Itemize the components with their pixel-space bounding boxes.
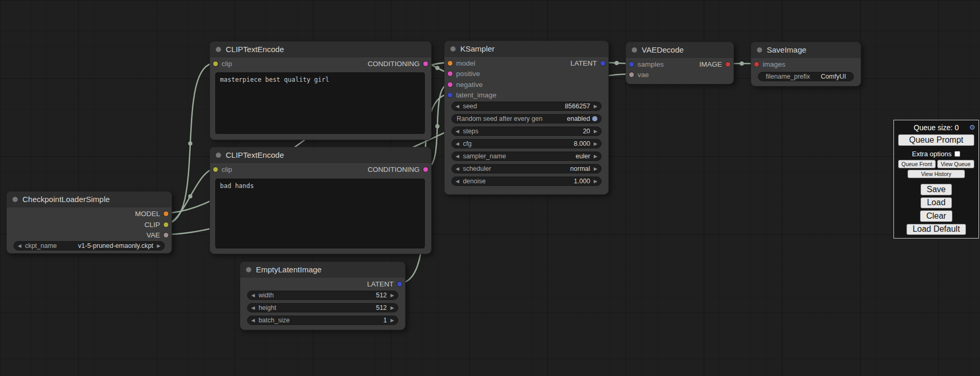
clip-slot-dot[interactable]	[213, 167, 218, 172]
decrement-arrow-icon[interactable]: ◀	[18, 244, 21, 248]
widget-denoise[interactable]: ◀ denoise 1.000 ▶	[451, 177, 602, 186]
model-slot-dot[interactable]	[164, 211, 168, 216]
widget-sampler-name[interactable]: ◀ sampler_name euler ▶	[451, 152, 602, 161]
model-slot-dot[interactable]	[448, 61, 452, 66]
increment-arrow-icon[interactable]: ▶	[390, 293, 394, 298]
latent-slot-dot[interactable]	[601, 61, 605, 66]
input-slot-clip[interactable]: clip	[213, 59, 232, 68]
collapse-dot-icon[interactable]	[13, 197, 18, 202]
increment-arrow-icon[interactable]: ▶	[594, 104, 597, 109]
conditioning-slot-dot[interactable]	[448, 82, 452, 87]
clear-button[interactable]: Clear	[920, 210, 952, 222]
input-slot-images[interactable]: images	[754, 60, 786, 68]
widget-filename-prefix[interactable]: filename_prefix ComfyUI	[758, 72, 854, 81]
output-slot-clip[interactable]: CLIP	[144, 220, 168, 229]
increment-arrow-icon[interactable]: ▶	[594, 129, 597, 134]
output-slot-model[interactable]: MODEL	[135, 209, 168, 218]
output-slot-conditioning[interactable]: CONDITIONING	[368, 165, 428, 173]
input-slot-positive[interactable]: positive	[448, 69, 480, 78]
node-title-bar[interactable]: VAEDecode	[626, 42, 733, 58]
clip-slot-dot[interactable]	[213, 61, 218, 66]
decrement-arrow-icon[interactable]: ◀	[251, 318, 255, 323]
node-title-bar[interactable]: SaveImage	[751, 42, 861, 58]
node-vaedecode[interactable]: VAEDecode samples vae IMAGE	[626, 42, 734, 84]
decrement-arrow-icon[interactable]: ◀	[456, 179, 459, 184]
input-slot-samples[interactable]: samples	[629, 60, 664, 68]
node-saveimage[interactable]: SaveImage images filename_prefix ComfyUI	[751, 42, 861, 86]
output-slot-conditioning[interactable]: CONDITIONING	[368, 59, 428, 68]
decrement-arrow-icon[interactable]: ◀	[456, 142, 459, 146]
clip-slot-dot[interactable]	[164, 222, 168, 227]
vae-slot-dot[interactable]	[629, 72, 634, 77]
widget-batch-size[interactable]: ◀ batch_size 1 ▶	[247, 316, 398, 325]
decrement-arrow-icon[interactable]: ◀	[251, 306, 255, 310]
input-slot-latent-image[interactable]: latent_image	[448, 91, 496, 99]
decrement-arrow-icon[interactable]: ◀	[456, 129, 459, 134]
output-slot-vae[interactable]: VAE	[146, 231, 168, 239]
queue-prompt-button[interactable]: Queue Prompt	[898, 134, 974, 146]
load-default-button[interactable]: Load Default	[906, 224, 966, 235]
decrement-arrow-icon[interactable]: ◀	[251, 293, 255, 298]
collapse-dot-icon[interactable]	[246, 267, 251, 272]
increment-arrow-icon[interactable]: ▶	[594, 154, 597, 159]
increment-arrow-icon[interactable]: ▶	[390, 318, 394, 323]
node-title-bar[interactable]: CheckpointLoaderSimple	[7, 192, 172, 207]
widget-height[interactable]: ◀ height 512 ▶	[247, 303, 398, 312]
queue-front-button[interactable]: Queue Front	[898, 160, 936, 168]
view-history-button[interactable]: View History	[908, 170, 965, 178]
input-slot-negative[interactable]: negative	[448, 80, 483, 89]
collapse-dot-icon[interactable]	[632, 47, 637, 53]
node-title-bar[interactable]: KSampler	[445, 41, 608, 57]
conditioning-slot-dot[interactable]	[423, 61, 428, 66]
decrement-arrow-icon[interactable]: ◀	[456, 154, 459, 159]
collapse-dot-icon[interactable]	[450, 46, 456, 52]
latent-slot-dot[interactable]	[629, 62, 634, 67]
node-ksampler[interactable]: KSampler model positive negative latent_…	[444, 41, 609, 195]
collapse-dot-icon[interactable]	[757, 47, 762, 53]
latent-slot-dot[interactable]	[448, 93, 452, 97]
input-slot-model[interactable]: model	[448, 59, 475, 67]
image-slot-dot[interactable]	[726, 62, 730, 67]
settings-gear-icon[interactable]: ⚙	[969, 123, 975, 131]
extra-options-checkbox[interactable]	[954, 151, 960, 157]
output-slot-latent[interactable]: LATENT	[367, 280, 402, 288]
widget-cfg[interactable]: ◀ cfg 8.000 ▶	[451, 139, 602, 148]
node-cliptextencode-negative[interactable]: CLIPTextEncode clip CONDITIONING bad han…	[210, 147, 432, 254]
widget-width[interactable]: ◀ width 512 ▶	[247, 291, 398, 300]
conditioning-slot-dot[interactable]	[423, 167, 428, 172]
node-title-bar[interactable]: EmptyLatentImage	[240, 262, 405, 278]
input-slot-clip[interactable]: clip	[213, 165, 232, 173]
widget-seed[interactable]: ◀ seed 8566257 ▶	[451, 102, 602, 111]
increment-arrow-icon[interactable]: ▶	[594, 179, 597, 184]
save-button[interactable]: Save	[921, 184, 952, 195]
widget-random-seed-toggle[interactable]: Random seed after every gen enabled	[451, 114, 602, 123]
node-graph-canvas[interactable]: CheckpointLoaderSimple MODEL CLIP VAE ◀ …	[0, 0, 980, 376]
positive-prompt-textarea[interactable]: masterpiece best quality girl	[215, 72, 425, 134]
increment-arrow-icon[interactable]: ▶	[390, 306, 394, 310]
widget-scheduler[interactable]: ◀ scheduler normal ▶	[451, 164, 602, 173]
node-title-bar[interactable]: CLIPTextEncode	[210, 42, 431, 57]
negative-prompt-textarea[interactable]: bad hands	[215, 179, 425, 248]
latent-slot-dot[interactable]	[397, 282, 402, 286]
node-emptylatentimage[interactable]: EmptyLatentImage LATENT ◀ width 512 ▶ ◀ …	[240, 261, 406, 330]
load-button[interactable]: Load	[921, 197, 952, 209]
decrement-arrow-icon[interactable]: ◀	[456, 104, 459, 109]
image-slot-dot[interactable]	[754, 62, 759, 67]
collapse-dot-icon[interactable]	[216, 153, 221, 158]
conditioning-slot-dot[interactable]	[448, 71, 452, 76]
output-slot-image[interactable]: IMAGE	[699, 60, 730, 68]
output-slot-latent[interactable]: LATENT	[570, 59, 605, 67]
widget-ckpt-name[interactable]: ◀ ckpt_name v1-5-pruned-emaonly.ckpt ▶	[14, 241, 165, 250]
node-checkpointloadersimple[interactable]: CheckpointLoaderSimple MODEL CLIP VAE ◀ …	[6, 191, 172, 254]
node-cliptextencode-positive[interactable]: CLIPTextEncode clip CONDITIONING masterp…	[210, 41, 432, 140]
input-slot-vae[interactable]: vae	[629, 70, 649, 79]
increment-arrow-icon[interactable]: ▶	[157, 244, 161, 248]
collapse-dot-icon[interactable]	[216, 47, 221, 52]
decrement-arrow-icon[interactable]: ◀	[456, 167, 459, 171]
node-title-bar[interactable]: CLIPTextEncode	[210, 147, 431, 163]
vae-slot-dot[interactable]	[164, 233, 168, 237]
view-queue-button[interactable]: View Queue	[937, 160, 975, 168]
toggle-indicator-icon[interactable]	[592, 116, 597, 121]
increment-arrow-icon[interactable]: ▶	[594, 167, 597, 171]
increment-arrow-icon[interactable]: ▶	[594, 142, 597, 146]
